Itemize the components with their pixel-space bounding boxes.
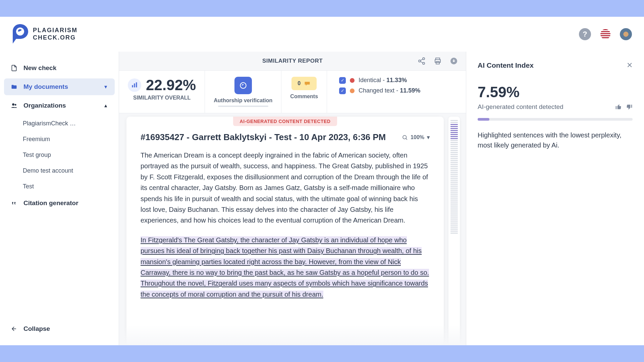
logo-text-1: PLAGIARISM xyxy=(33,27,77,34)
comment-icon xyxy=(304,80,311,87)
checkbox-changed[interactable]: ✓ xyxy=(339,87,346,94)
app-frame: PLAGIARISM CHECK.ORG ? New check My docu… xyxy=(0,17,644,345)
dot-red-icon xyxy=(350,78,355,83)
logo-text-2: CHECK.ORG xyxy=(33,34,77,42)
stats-row: 22.92% SIMILARITY OVERALL Authorship ver… xyxy=(119,71,466,113)
authorship-label: Authorship verification xyxy=(214,98,272,104)
collapse-button[interactable]: Collapse xyxy=(4,320,115,337)
svg-line-18 xyxy=(406,138,407,140)
legend-cell: ✓ Identical - 11.33% ✓ Changed text - 11… xyxy=(327,71,466,113)
topbar: PLAGIARISM CHECK.ORG ? xyxy=(0,17,644,52)
ai-subtitle: AI-generated content detected xyxy=(478,103,564,111)
print-icon[interactable] xyxy=(434,57,442,65)
document-wrap: AI-GENERATED CONTENT DETECTED #16935427 … xyxy=(119,113,466,345)
svg-point-1 xyxy=(12,103,14,106)
arrow-left-icon xyxy=(11,325,17,332)
thumbs-up-icon[interactable] xyxy=(615,104,622,110)
sidebar-org-item-4[interactable]: Test xyxy=(4,179,115,194)
legend-identical[interactable]: ✓ Identical - 11.33% xyxy=(339,77,407,84)
sidebar-org-item-2[interactable]: Test group xyxy=(4,147,115,163)
language-flag-icon[interactable] xyxy=(600,29,610,39)
comments-cell[interactable]: 0 Comments xyxy=(281,71,327,113)
chevron-up-icon: ▲ xyxy=(103,103,108,108)
chart-icon xyxy=(128,78,141,92)
document-card: AI-GENERATED CONTENT DETECTED #16935427 … xyxy=(126,117,444,345)
logo-mark-icon xyxy=(12,24,28,44)
comments-label: Comments xyxy=(290,94,318,100)
ai-progress-bar xyxy=(478,118,633,121)
quote-icon xyxy=(11,200,17,206)
folder-icon xyxy=(11,83,17,90)
doc-paragraph-1: The American Dream is a concept deeply i… xyxy=(141,150,430,226)
similarity-label: SIMILARITY OVERALL xyxy=(133,95,191,101)
svg-line-8 xyxy=(421,62,423,63)
ai-description: Highlighted sentences with the lowest pe… xyxy=(478,130,633,150)
users-icon xyxy=(11,102,17,109)
document-body: The American Dream is a concept deeply i… xyxy=(141,150,430,300)
ai-panel: AI Content Index ✕ 7.59% AI-generated co… xyxy=(466,52,644,345)
svg-rect-15 xyxy=(136,82,137,87)
sidebar-new-check[interactable]: New check xyxy=(4,60,115,76)
authorship-icon xyxy=(234,77,252,94)
chevron-down-icon: ▾ xyxy=(427,134,430,140)
doc-paragraph-2: In Fitzgerald's The Great Gatsby, the ch… xyxy=(141,235,430,300)
download-icon[interactable] xyxy=(450,57,458,65)
svg-rect-13 xyxy=(132,85,133,87)
svg-point-2 xyxy=(15,104,16,106)
authorship-cell[interactable]: Authorship verification xyxy=(205,71,281,113)
report-title: SIMILARITY REPORT xyxy=(262,58,323,64)
ai-percent: 7.59% xyxy=(478,84,633,101)
close-icon[interactable]: ✕ xyxy=(627,61,633,70)
zoom-control[interactable]: 100% ▾ xyxy=(402,134,430,140)
sidebar-organizations[interactable]: Organizations ▲ xyxy=(4,97,115,114)
legend-changed[interactable]: ✓ Changed text - 11.59% xyxy=(339,87,420,94)
ai-banner: AI-GENERATED CONTENT DETECTED xyxy=(233,117,337,126)
similarity-cell: 22.92% SIMILARITY OVERALL xyxy=(119,71,205,113)
svg-point-16 xyxy=(240,82,246,88)
dot-orange-icon xyxy=(350,88,355,93)
sidebar: New check My documents ▼ Organizations ▲… xyxy=(0,52,119,345)
minimap[interactable] xyxy=(448,117,460,345)
avatar[interactable] xyxy=(620,28,632,40)
search-icon xyxy=(402,134,408,140)
help-button[interactable]: ? xyxy=(579,28,591,40)
svg-point-5 xyxy=(419,60,421,62)
sidebar-org-item-0[interactable]: PlagiarismCheck … xyxy=(4,116,115,131)
comments-badge: 0 xyxy=(291,77,317,90)
chevron-down-icon: ▼ xyxy=(103,84,108,89)
svg-point-4 xyxy=(423,58,425,60)
svg-rect-14 xyxy=(134,83,135,87)
thumbs-down-icon[interactable] xyxy=(626,104,633,110)
sidebar-citation[interactable]: Citation generator xyxy=(4,195,115,212)
sidebar-org-item-1[interactable]: Freemium xyxy=(4,132,115,147)
sidebar-my-documents[interactable]: My documents ▼ xyxy=(4,78,115,95)
svg-point-6 xyxy=(423,62,425,64)
sidebar-org-item-3[interactable]: Demo test account xyxy=(4,163,115,178)
similarity-percent: 22.92% xyxy=(146,77,196,94)
ai-panel-title: AI Content Index xyxy=(478,61,534,69)
svg-point-17 xyxy=(403,135,407,139)
svg-line-7 xyxy=(421,59,423,61)
svg-point-0 xyxy=(16,27,24,36)
document-icon xyxy=(11,65,17,71)
logo[interactable]: PLAGIARISM CHECK.ORG xyxy=(12,24,77,44)
main-column: SIMILARITY REPORT 22.92% SIMILARITY OVER… xyxy=(119,52,466,345)
report-header: SIMILARITY REPORT xyxy=(119,52,466,71)
checkbox-identical[interactable]: ✓ xyxy=(339,77,346,84)
document-title: #16935427 - Garrett Baklytskyi - Test - … xyxy=(141,132,386,142)
share-icon[interactable] xyxy=(418,57,426,65)
ai-progress-fill xyxy=(478,118,489,121)
